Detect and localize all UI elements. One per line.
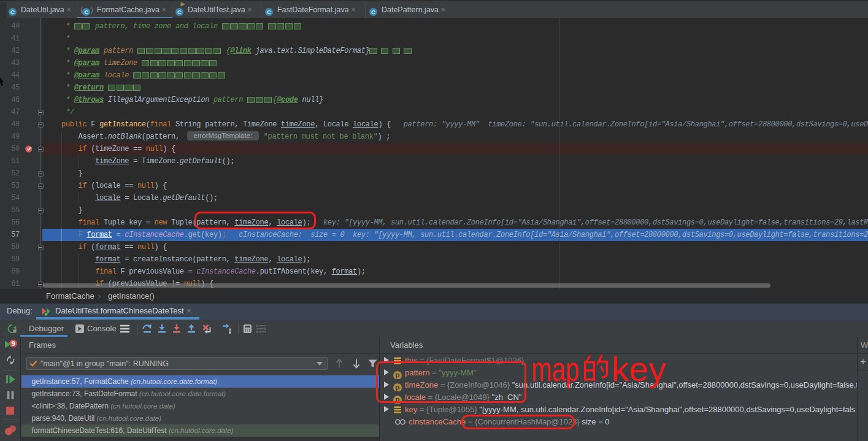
svg-text:key: key bbox=[612, 353, 667, 388]
svg-text:9: 9 bbox=[11, 340, 15, 347]
svg-text:map: map bbox=[531, 353, 579, 388]
